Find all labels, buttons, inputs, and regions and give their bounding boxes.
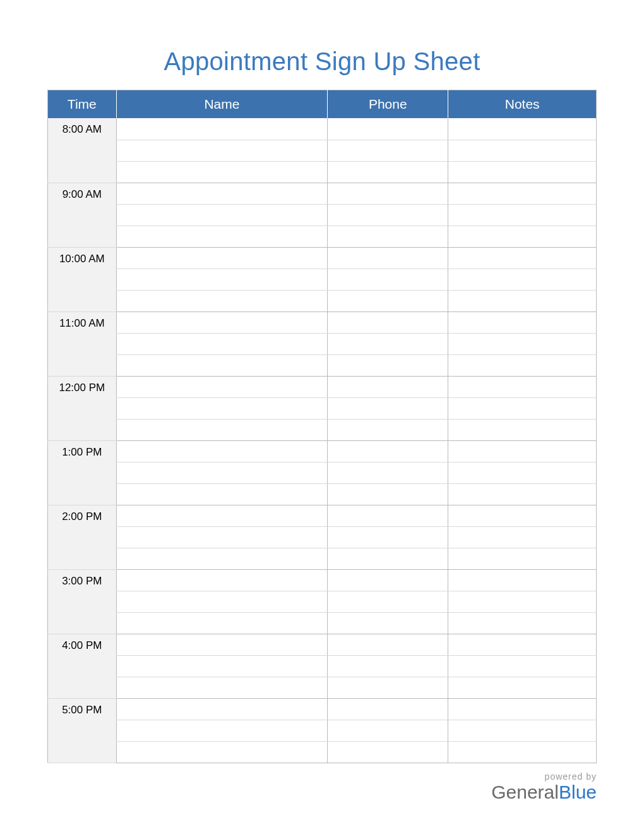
- table-row: [48, 720, 597, 741]
- name-cell[interactable]: [116, 118, 328, 140]
- phone-cell[interactable]: [328, 655, 448, 677]
- phone-cell[interactable]: [328, 440, 448, 462]
- header-phone: Phone: [328, 90, 448, 119]
- notes-cell[interactable]: [448, 591, 597, 612]
- name-cell[interactable]: [116, 483, 328, 505]
- name-cell[interactable]: [116, 226, 328, 247]
- name-cell[interactable]: [116, 548, 328, 569]
- table-body: 8:00 AM9:00 AM10:00 AM11:00 AM12:00 PM1:…: [48, 118, 597, 763]
- phone-cell[interactable]: [328, 569, 448, 591]
- table-row: 9:00 AM: [48, 183, 597, 204]
- notes-cell[interactable]: [448, 548, 597, 569]
- phone-cell[interactable]: [328, 483, 448, 505]
- notes-cell[interactable]: [448, 247, 597, 269]
- notes-cell[interactable]: [448, 161, 597, 183]
- notes-cell[interactable]: [448, 677, 597, 698]
- notes-cell[interactable]: [448, 505, 597, 526]
- notes-cell[interactable]: [448, 311, 597, 333]
- name-cell[interactable]: [116, 269, 328, 290]
- name-cell[interactable]: [116, 419, 328, 440]
- phone-cell[interactable]: [328, 591, 448, 612]
- name-cell[interactable]: [116, 612, 328, 634]
- phone-cell[interactable]: [328, 269, 448, 290]
- notes-cell[interactable]: [448, 333, 597, 354]
- phone-cell[interactable]: [328, 419, 448, 440]
- notes-cell[interactable]: [448, 269, 597, 290]
- name-cell[interactable]: [116, 290, 328, 311]
- phone-cell[interactable]: [328, 183, 448, 204]
- name-cell[interactable]: [116, 311, 328, 333]
- name-cell[interactable]: [116, 655, 328, 677]
- name-cell[interactable]: [116, 634, 328, 655]
- phone-cell[interactable]: [328, 741, 448, 763]
- table-row: 10:00 AM: [48, 247, 597, 269]
- name-cell[interactable]: [116, 677, 328, 698]
- name-cell[interactable]: [116, 462, 328, 483]
- phone-cell[interactable]: [328, 311, 448, 333]
- name-cell[interactable]: [116, 140, 328, 161]
- time-cell: 3:00 PM: [48, 569, 117, 634]
- table-row: [48, 548, 597, 569]
- notes-cell[interactable]: [448, 118, 597, 140]
- phone-cell[interactable]: [328, 698, 448, 720]
- phone-cell[interactable]: [328, 548, 448, 569]
- name-cell[interactable]: [116, 440, 328, 462]
- name-cell[interactable]: [116, 505, 328, 526]
- notes-cell[interactable]: [448, 183, 597, 204]
- notes-cell[interactable]: [448, 290, 597, 311]
- notes-cell[interactable]: [448, 655, 597, 677]
- notes-cell[interactable]: [448, 226, 597, 247]
- name-cell[interactable]: [116, 376, 328, 397]
- phone-cell[interactable]: [328, 397, 448, 419]
- name-cell[interactable]: [116, 526, 328, 548]
- phone-cell[interactable]: [328, 247, 448, 269]
- notes-cell[interactable]: [448, 140, 597, 161]
- name-cell[interactable]: [116, 247, 328, 269]
- phone-cell[interactable]: [328, 526, 448, 548]
- notes-cell[interactable]: [448, 483, 597, 505]
- notes-cell[interactable]: [448, 419, 597, 440]
- table-row: 2:00 PM: [48, 505, 597, 526]
- name-cell[interactable]: [116, 204, 328, 226]
- name-cell[interactable]: [116, 354, 328, 376]
- notes-cell[interactable]: [448, 440, 597, 462]
- notes-cell[interactable]: [448, 612, 597, 634]
- name-cell[interactable]: [116, 333, 328, 354]
- phone-cell[interactable]: [328, 161, 448, 183]
- phone-cell[interactable]: [328, 204, 448, 226]
- name-cell[interactable]: [116, 591, 328, 612]
- name-cell[interactable]: [116, 720, 328, 741]
- notes-cell[interactable]: [448, 376, 597, 397]
- notes-cell[interactable]: [448, 698, 597, 720]
- phone-cell[interactable]: [328, 333, 448, 354]
- phone-cell[interactable]: [328, 720, 448, 741]
- name-cell[interactable]: [116, 161, 328, 183]
- name-cell[interactable]: [116, 741, 328, 763]
- name-cell[interactable]: [116, 183, 328, 204]
- phone-cell[interactable]: [328, 462, 448, 483]
- table-row: 12:00 PM: [48, 376, 597, 397]
- notes-cell[interactable]: [448, 634, 597, 655]
- phone-cell[interactable]: [328, 290, 448, 311]
- notes-cell[interactable]: [448, 462, 597, 483]
- phone-cell[interactable]: [328, 140, 448, 161]
- notes-cell[interactable]: [448, 204, 597, 226]
- notes-cell[interactable]: [448, 741, 597, 763]
- name-cell[interactable]: [116, 397, 328, 419]
- notes-cell[interactable]: [448, 397, 597, 419]
- notes-cell[interactable]: [448, 354, 597, 376]
- phone-cell[interactable]: [328, 634, 448, 655]
- name-cell[interactable]: [116, 569, 328, 591]
- phone-cell[interactable]: [328, 376, 448, 397]
- table-row: [48, 591, 597, 612]
- name-cell[interactable]: [116, 698, 328, 720]
- phone-cell[interactable]: [328, 354, 448, 376]
- phone-cell[interactable]: [328, 505, 448, 526]
- phone-cell[interactable]: [328, 226, 448, 247]
- phone-cell[interactable]: [328, 118, 448, 140]
- notes-cell[interactable]: [448, 569, 597, 591]
- notes-cell[interactable]: [448, 526, 597, 548]
- notes-cell[interactable]: [448, 720, 597, 741]
- phone-cell[interactable]: [328, 612, 448, 634]
- phone-cell[interactable]: [328, 677, 448, 698]
